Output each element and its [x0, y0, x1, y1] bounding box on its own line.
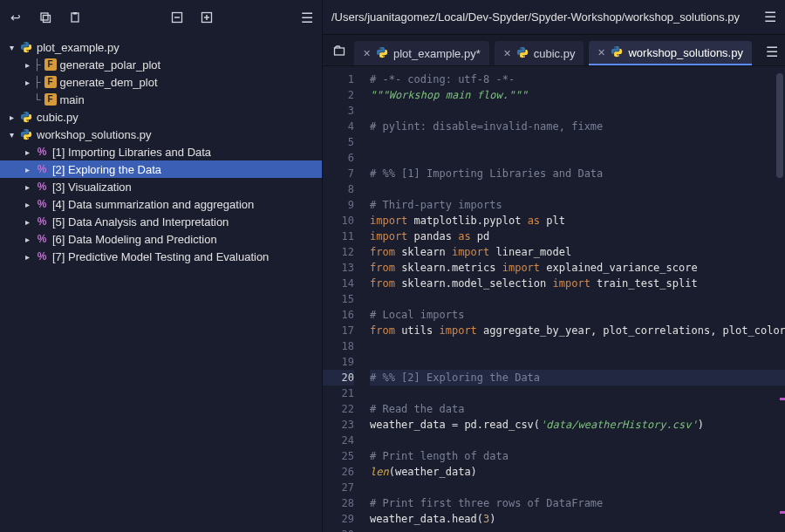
editor-tab[interactable]: ✕workshop_solutions.py [589, 41, 752, 65]
line-number: 21 [323, 385, 354, 401]
python-icon [611, 45, 623, 60]
line-number: 8 [323, 181, 354, 197]
chevron-right-icon[interactable]: ▸ [21, 233, 33, 245]
code-line[interactable]: # Print length of data [370, 448, 785, 464]
tree-row[interactable]: ▸%[3] Visualization [0, 178, 322, 195]
tab-label: plot_example.py* [393, 47, 481, 60]
python-icon [376, 46, 388, 61]
tree-row[interactable]: ▸%[6] Data Modeling and Prediction [0, 230, 322, 248]
collapse-icon[interactable] [170, 10, 184, 24]
editor-tab[interactable]: ✕cubic.py [495, 41, 584, 65]
copy-icon[interactable] [38, 10, 52, 24]
code-line[interactable]: """Workshop main flow.""" [370, 87, 785, 103]
hamburger-icon[interactable]: ☰ [766, 44, 778, 60]
tree-row[interactable]: ▸cubic.py [0, 108, 322, 126]
code-line[interactable] [370, 354, 785, 370]
tree-row-label: plot_example.py [37, 41, 119, 54]
code-line[interactable]: # pylint: disable=invalid-name, fixme [370, 119, 785, 134]
code-line[interactable]: # Print first three rows of DataFrame [370, 495, 785, 511]
tree-row-label: [4] Data summarization and aggregation [52, 198, 254, 211]
code-line[interactable]: # Third-party imports [370, 197, 785, 213]
code-line[interactable]: weather_data = pd.read_csv('data/weather… [370, 417, 785, 433]
code-line[interactable]: # %% [2] Exploring the Data [370, 370, 785, 385]
chevron-right-icon[interactable]: ▸ [21, 215, 33, 228]
python-icon [19, 127, 33, 141]
code-line[interactable]: import matplotlib.pyplot as plt [370, 213, 785, 228]
paste-icon[interactable] [68, 10, 82, 24]
tree-row[interactable]: ▸├Fgenerate_polar_plot [0, 56, 322, 73]
expand-icon[interactable] [200, 10, 214, 24]
line-number: 17 [323, 323, 354, 338]
outline-tree[interactable]: ▾plot_example.py▸├Fgenerate_polar_plot▸├… [0, 35, 322, 532]
code-line[interactable] [370, 385, 785, 401]
code-line[interactable]: from sklearn import linear_model [370, 244, 785, 260]
code-line[interactable]: # Read the data [370, 401, 785, 417]
chevron-right-icon[interactable]: ▸ [21, 58, 33, 71]
tree-row-label: main [60, 93, 85, 106]
code-line[interactable]: # %% [1] Importing Libraries and Data [370, 166, 785, 181]
chevron-right-icon[interactable]: ▸ [21, 163, 33, 175]
code-line[interactable] [370, 134, 785, 150]
change-marker [780, 511, 785, 514]
code-line[interactable] [370, 291, 785, 307]
tree-row[interactable]: ▸%[7] Predictive Model Testing and Evalu… [0, 248, 322, 265]
hamburger-icon[interactable]: ☰ [764, 9, 776, 25]
chevron-right-icon[interactable]: ▸ [21, 76, 33, 88]
chevron-down-icon[interactable]: ▾ [5, 41, 17, 53]
code-line[interactable]: from utils import aggregate_by_year, plo… [370, 323, 785, 338]
close-icon[interactable]: ✕ [597, 47, 605, 58]
code-line[interactable] [370, 181, 785, 197]
line-number: 13 [323, 260, 354, 276]
hamburger-icon[interactable]: ☰ [301, 10, 313, 26]
cell-icon: % [35, 162, 49, 176]
scrollbar-thumb[interactable] [776, 73, 783, 178]
line-number: 3 [323, 103, 354, 119]
tree-row[interactable]: ▸%[4] Data summarization and aggregation [0, 195, 322, 213]
tree-row[interactable]: ▸%[1] Importing Libraries and Data [0, 143, 322, 160]
tree-row-label: [3] Visualization [52, 181, 132, 194]
close-icon[interactable]: ✕ [363, 48, 371, 59]
function-icon: F [44, 76, 57, 88]
code-line[interactable]: from sklearn.metrics import explained_va… [370, 260, 785, 276]
code-line[interactable] [370, 527, 785, 532]
code-line[interactable]: from sklearn.model_selection import trai… [370, 276, 785, 291]
browse-tabs-icon[interactable] [330, 41, 349, 60]
code-area[interactable]: 1234567891011121314151617181920212223242… [323, 66, 785, 532]
code-line[interactable] [370, 103, 785, 119]
cell-icon: % [35, 197, 49, 211]
line-number: 10 [323, 213, 354, 228]
tree-row-label: generate_polar_plot [60, 58, 161, 72]
line-number: 14 [323, 276, 354, 291]
tree-row[interactable]: ▸%[5] Data Analysis and Interpretation [0, 213, 322, 230]
code-line[interactable] [370, 480, 785, 495]
cell-icon: % [35, 180, 49, 194]
chevron-right-icon[interactable]: ▸ [21, 250, 33, 263]
chevron-right-icon[interactable]: ▸ [21, 181, 33, 193]
chevron-right-icon[interactable]: ▸ [21, 146, 33, 158]
line-number: 27 [323, 480, 354, 495]
tree-row[interactable]: ▸├Fgenerate_dem_plot [0, 73, 322, 91]
back-icon[interactable]: ↩ [9, 10, 23, 24]
tree-row[interactable]: ▾plot_example.py [0, 38, 322, 56]
code-line[interactable]: import pandas as pd [370, 228, 785, 244]
editor-tab[interactable]: ✕plot_example.py* [354, 41, 489, 65]
tree-row[interactable]: ▾workshop_solutions.py [0, 126, 322, 143]
close-icon[interactable]: ✕ [503, 48, 511, 59]
code-line[interactable]: # Local imports [370, 307, 785, 323]
code-line[interactable]: len(weather_data) [370, 464, 785, 480]
chevron-down-icon[interactable]: ▾ [5, 128, 17, 140]
tree-row[interactable]: ▸%[2] Exploring the Data [0, 160, 322, 178]
code-line[interactable]: weather_data.head(3) [370, 511, 785, 527]
tree-row[interactable]: ▸└Fmain [0, 91, 322, 108]
code-line[interactable] [370, 150, 785, 166]
cell-icon: % [35, 215, 49, 228]
function-icon: F [44, 93, 57, 106]
code-line[interactable] [370, 338, 785, 354]
python-icon [19, 40, 33, 54]
chevron-right-icon[interactable]: ▸ [21, 198, 33, 210]
code-text[interactable]: # -*- coding: utf-8 -*-"""Workshop main … [361, 66, 785, 532]
path-bar: /Users/juanitagomez/Local/Dev-Spyder/Spy… [323, 0, 785, 35]
chevron-right-icon[interactable]: ▸ [5, 111, 17, 123]
code-line[interactable] [370, 433, 785, 448]
code-line[interactable]: # -*- coding: utf-8 -*- [370, 72, 785, 87]
